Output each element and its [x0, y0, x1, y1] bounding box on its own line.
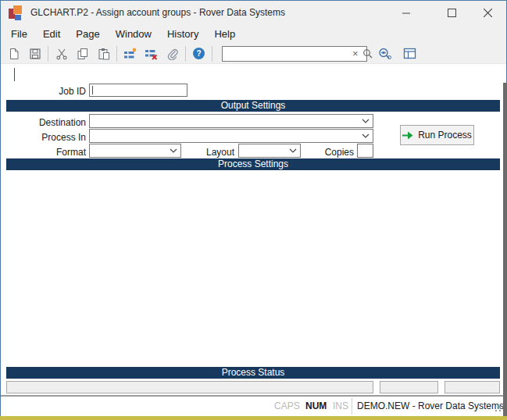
- save-icon: [29, 48, 41, 60]
- copies-input[interactable]: [357, 144, 373, 158]
- new-document-icon: [8, 48, 20, 60]
- window-title: GLCHART.P2 - Assign account groups - Rov…: [30, 1, 285, 25]
- paste-icon: [98, 48, 110, 60]
- format-label: Format: [23, 147, 86, 158]
- toolbar-separator: [48, 46, 48, 62]
- new-document-button[interactable]: [4, 45, 23, 62]
- layout-select[interactable]: [238, 144, 301, 158]
- toolbar-separator: [116, 46, 117, 62]
- run-process-label: Run Process: [418, 130, 472, 141]
- connection-context: DEMO.NEW - Rover Data Systems: [357, 397, 504, 416]
- status-field-secondary: [380, 381, 438, 393]
- run-process-button[interactable]: Run Process: [400, 125, 474, 145]
- menu-history[interactable]: History: [159, 25, 206, 44]
- maximize-icon: [448, 9, 456, 17]
- insert-row-button[interactable]: [120, 45, 140, 62]
- job-id-input[interactable]: [89, 84, 187, 97]
- save-button[interactable]: [25, 45, 45, 62]
- help-icon: ?: [192, 47, 205, 60]
- output-settings-header: Output Settings: [6, 100, 500, 112]
- search-input[interactable]: [223, 48, 350, 60]
- num-indicator: NUM: [305, 397, 327, 416]
- job-id-caret: [92, 86, 93, 94]
- process-status-header: Process Status: [6, 367, 500, 379]
- text-caret: [14, 68, 15, 81]
- grid-layout-icon: [403, 48, 416, 59]
- status-field-main: [6, 381, 373, 393]
- menu-help[interactable]: Help: [206, 25, 243, 44]
- chevron-down-icon: [362, 119, 373, 123]
- process-settings-header: Process Settings: [6, 158, 500, 170]
- toolbar: ? ×: [1, 44, 506, 64]
- destination-select[interactable]: [89, 114, 373, 128]
- search-magnifier-icon[interactable]: [361, 48, 376, 59]
- paste-button[interactable]: [94, 45, 113, 62]
- attachment-button[interactable]: [162, 45, 182, 62]
- app-icon-orange-square: [13, 5, 22, 14]
- application-window: GLCHART.P2 - Assign account groups - Rov…: [0, 0, 507, 420]
- process-in-label: Process In: [23, 132, 86, 143]
- attachment-icon: [166, 48, 179, 60]
- delete-row-icon: [145, 48, 158, 60]
- app-icon[interactable]: [9, 5, 23, 20]
- lookup-icon: [378, 48, 392, 60]
- status-field-tertiary: [445, 381, 500, 393]
- insert-row-icon: [123, 48, 137, 60]
- toolbar-separator: [212, 46, 212, 62]
- chevron-down-icon: [289, 148, 300, 153]
- copies-label: Copies: [305, 147, 354, 158]
- cut-icon: [55, 48, 68, 60]
- chevron-down-icon: [170, 148, 180, 153]
- svg-text:?: ?: [196, 49, 201, 58]
- menu-bar: File Edit Page Window History Help: [1, 25, 506, 44]
- title-bar[interactable]: GLCHART.P2 - Assign account groups - Rov…: [1, 1, 506, 25]
- chevron-down-icon: [362, 133, 373, 138]
- minimize-icon: [402, 9, 411, 17]
- process-in-select[interactable]: [89, 129, 373, 143]
- lookup-button[interactable]: [375, 45, 395, 62]
- job-id-label: Job ID: [31, 86, 86, 97]
- background-strip-right: [503, 83, 507, 416]
- delete-row-button[interactable]: [141, 45, 161, 62]
- help-button[interactable]: ?: [189, 45, 209, 62]
- app-icon-blue-square: [15, 15, 21, 20]
- close-button[interactable]: [470, 1, 505, 25]
- toolbar-separator: [185, 46, 186, 62]
- ins-indicator: INS: [333, 397, 348, 416]
- menu-edit[interactable]: Edit: [35, 25, 68, 44]
- run-arrow-icon: [402, 131, 413, 140]
- grid-layout-button[interactable]: [400, 45, 420, 62]
- copy-button[interactable]: [73, 45, 92, 62]
- menu-file[interactable]: File: [3, 25, 35, 44]
- menu-page[interactable]: Page: [68, 25, 107, 44]
- maximize-button[interactable]: [434, 1, 470, 25]
- status-bar: CAPS NUM INS DEMO.NEW - Rover Data Syste…: [1, 397, 506, 416]
- background-strip-bottom: [0, 416, 507, 420]
- destination-label: Destination: [23, 117, 86, 128]
- copy-icon: [77, 48, 89, 60]
- close-icon: [484, 9, 492, 17]
- format-select[interactable]: [89, 144, 181, 158]
- search-box: ×: [222, 46, 367, 62]
- layout-label: Layout: [187, 147, 234, 158]
- statusbar-separator: [352, 398, 352, 415]
- search-clear-icon[interactable]: ×: [350, 47, 361, 61]
- cut-button[interactable]: [52, 45, 71, 62]
- menu-window[interactable]: Window: [108, 25, 159, 44]
- minimize-button[interactable]: [388, 1, 424, 25]
- caps-indicator: CAPS: [274, 397, 300, 416]
